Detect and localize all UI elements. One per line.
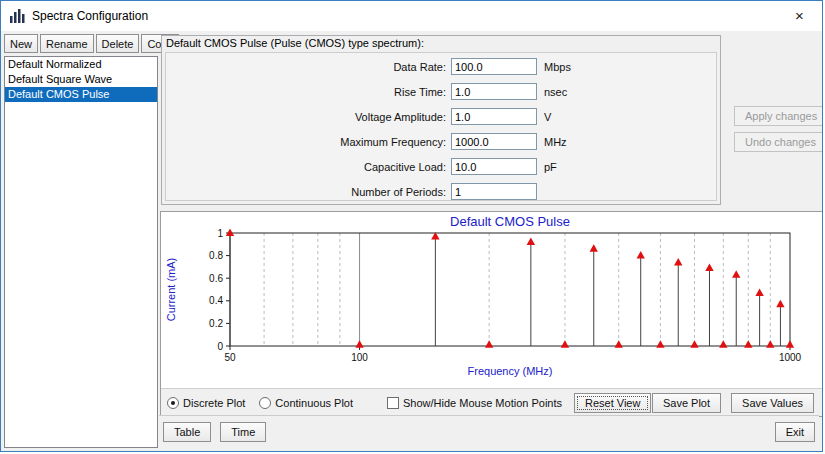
x-tick-label: 1000 bbox=[779, 352, 802, 363]
data-point-marker bbox=[674, 258, 682, 266]
x-axis-ticks: 501001000 bbox=[224, 346, 801, 363]
table-button[interactable]: Table bbox=[163, 422, 211, 442]
app-icon bbox=[9, 8, 25, 24]
save-values-button[interactable]: Save Values bbox=[731, 393, 814, 413]
data-point-marker bbox=[719, 340, 727, 348]
data-point-marker bbox=[744, 340, 752, 348]
y-tick-label: 0.4 bbox=[209, 295, 223, 306]
data-point-marker bbox=[590, 244, 598, 252]
radio-label: Continuous Plot bbox=[275, 397, 353, 409]
capacitive-load-label: Capacitive Load: bbox=[166, 161, 451, 173]
form-row: Capacitive Load:pF bbox=[166, 154, 716, 179]
time-button[interactable]: Time bbox=[220, 422, 266, 442]
continuous-plot-radio[interactable]: Continuous Plot bbox=[259, 397, 353, 409]
field-unit: V bbox=[544, 111, 551, 123]
title-bar: Spectra Configuration × bbox=[1, 1, 822, 31]
y-tick-label: 0.2 bbox=[209, 318, 223, 329]
window-title: Spectra Configuration bbox=[32, 9, 148, 23]
pulse-settings-form: Data Rate:MbpsRise Time:nsecVoltage Ampl… bbox=[165, 52, 717, 201]
data-point-marker bbox=[226, 229, 234, 237]
save-plot-button[interactable]: Save Plot bbox=[652, 393, 721, 413]
form-row: Voltage Amplitude:V bbox=[166, 104, 716, 129]
maximum-frequency-label: Maximum Frequency: bbox=[166, 136, 451, 148]
gridlines bbox=[264, 233, 770, 346]
exit-button[interactable]: Exit bbox=[775, 422, 815, 442]
data-point-marker bbox=[732, 270, 740, 278]
data-rate-label: Data Rate: bbox=[166, 61, 451, 73]
reset-view-button[interactable]: Reset View bbox=[574, 393, 651, 413]
field-unit: nsec bbox=[544, 86, 567, 98]
voltage-amplitude-label: Voltage Amplitude: bbox=[166, 111, 451, 123]
spectrum-chart[interactable]: Default CMOS Pulse00.20.40.60.8150100100… bbox=[161, 212, 822, 388]
field-unit: Mbps bbox=[544, 61, 571, 73]
checkbox-label: Show/Hide Mouse Motion Points bbox=[403, 397, 562, 409]
spectra-sidebar: NewRenameDeleteCopy Default NormalizedDe… bbox=[4, 34, 158, 448]
maximum-frequency-input[interactable] bbox=[451, 133, 537, 150]
rename-button[interactable]: Rename bbox=[40, 34, 94, 53]
form-row: Maximum Frequency:MHz bbox=[166, 129, 716, 154]
stem-lines bbox=[230, 233, 790, 346]
x-axis-label: Frequency (MHz) bbox=[468, 365, 553, 377]
y-tick-label: 0.8 bbox=[209, 250, 223, 261]
chart-title: Default CMOS Pulse bbox=[450, 214, 570, 229]
new-button[interactable]: New bbox=[4, 34, 38, 53]
undo-changes-button[interactable]: Undo changes bbox=[734, 132, 823, 152]
rise-time-input[interactable] bbox=[451, 83, 537, 100]
rise-time-label: Rise Time: bbox=[166, 86, 451, 98]
discrete-plot-radio[interactable]: Discrete Plot bbox=[167, 397, 245, 409]
data-point-marker bbox=[690, 340, 698, 348]
number-of-periods-input[interactable] bbox=[451, 183, 537, 200]
data-markers bbox=[226, 229, 794, 348]
show-hide-mouse-motion-points-checkbox[interactable]: Show/Hide Mouse Motion Points bbox=[387, 397, 562, 409]
list-item-default-normalized[interactable]: Default Normalized bbox=[5, 57, 157, 72]
plot-controls: Discrete PlotContinuous Plot Show/Hide M… bbox=[161, 388, 822, 416]
y-tick-label: 0.6 bbox=[209, 273, 223, 284]
spectrum-chart-panel: Default CMOS Pulse00.20.40.60.8150100100… bbox=[160, 211, 823, 417]
data-point-marker bbox=[755, 288, 763, 296]
sidebar-button-row: NewRenameDeleteCopy bbox=[4, 34, 158, 53]
spectra-list: Default NormalizedDefault Square WaveDef… bbox=[4, 56, 158, 448]
data-point-marker bbox=[637, 251, 645, 259]
data-rate-input[interactable] bbox=[451, 58, 537, 75]
radio-label: Discrete Plot bbox=[183, 397, 245, 409]
pulse-settings-group: Default CMOS Pulse (Pulse (CMOS) type sp… bbox=[161, 35, 721, 205]
data-point-marker bbox=[355, 340, 363, 348]
data-point-marker bbox=[786, 340, 794, 348]
form-row: Rise Time:nsec bbox=[166, 79, 716, 104]
plot-border bbox=[230, 233, 790, 346]
data-point-marker bbox=[485, 340, 493, 348]
data-point-marker bbox=[776, 300, 784, 308]
list-item-default-cmos-pulse[interactable]: Default CMOS Pulse bbox=[5, 87, 157, 102]
x-tick-label: 100 bbox=[351, 352, 368, 363]
y-axis-ticks: 00.20.40.60.81 bbox=[209, 228, 230, 352]
y-axis-label: Current (mA) bbox=[165, 258, 177, 322]
delete-button[interactable]: Delete bbox=[96, 34, 140, 53]
checkbox-icon bbox=[387, 397, 399, 409]
data-point-marker bbox=[656, 340, 664, 348]
field-unit: pF bbox=[544, 161, 557, 173]
capacitive-load-input[interactable] bbox=[451, 158, 537, 175]
form-row: Number of Periods: bbox=[166, 179, 716, 204]
data-point-marker bbox=[766, 340, 774, 348]
radio-icon bbox=[167, 397, 179, 409]
field-unit: MHz bbox=[544, 136, 567, 148]
footer-bar: Table Time Exit bbox=[159, 415, 819, 448]
y-tick-label: 1 bbox=[217, 228, 223, 239]
apply-changes-button[interactable]: Apply changes bbox=[734, 106, 823, 126]
number-of-periods-label: Number of Periods: bbox=[166, 186, 451, 198]
list-item-default-square-wave[interactable]: Default Square Wave bbox=[5, 72, 157, 87]
radio-icon bbox=[259, 397, 271, 409]
y-tick-label: 0 bbox=[217, 341, 223, 352]
x-tick-label: 50 bbox=[224, 352, 236, 363]
data-point-marker bbox=[705, 264, 713, 272]
form-row: Data Rate:Mbps bbox=[166, 54, 716, 79]
voltage-amplitude-input[interactable] bbox=[451, 108, 537, 125]
group-title: Default CMOS Pulse (Pulse (CMOS) type sp… bbox=[166, 37, 424, 49]
data-point-marker bbox=[527, 238, 535, 246]
data-point-marker bbox=[615, 340, 623, 348]
close-button[interactable]: × bbox=[777, 1, 822, 31]
plot-type-radio-group: Discrete PlotContinuous Plot bbox=[167, 397, 353, 409]
spectra-configuration-window: Spectra Configuration × NewRenameDeleteC… bbox=[0, 0, 823, 452]
data-point-marker bbox=[561, 340, 569, 348]
